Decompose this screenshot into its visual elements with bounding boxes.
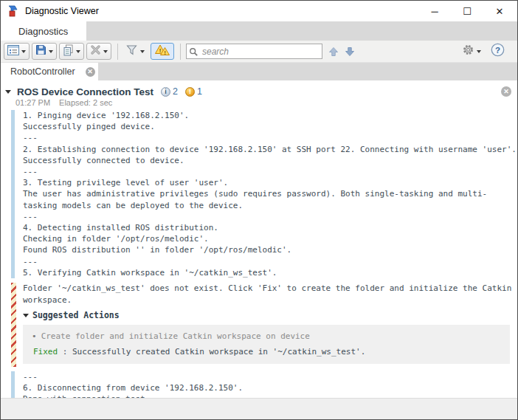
window-title: Diagnostic Viewer (25, 6, 99, 16)
chevron-down-icon (477, 50, 481, 53)
main-tab-strip: Diagnostics (1, 21, 517, 41)
toolbar: ! ! (1, 41, 517, 63)
fix-result-line: Fixed : Successfully created Catkin work… (32, 346, 503, 357)
info-count: 2 (173, 86, 178, 97)
log-line: --- (23, 256, 517, 267)
chevron-down-icon (21, 50, 26, 53)
svg-text:!: ! (159, 47, 162, 54)
document-tab-strip: RobotController ✕ (1, 63, 517, 80)
log-line: Successfully pinged device. (23, 121, 517, 132)
search-input[interactable] (186, 44, 322, 59)
tab-diagnostics[interactable]: Diagnostics (1, 21, 86, 41)
suggested-actions-box: •Create folder and initialize Catkin wor… (23, 325, 510, 364)
settings-button[interactable] (458, 43, 485, 60)
save-icon (35, 44, 46, 58)
help-icon: ? (491, 43, 505, 60)
log-line: 6. Disconnecting from device '192.168.2.… (23, 382, 517, 393)
show-warnings-toggle[interactable]: ! ! (151, 43, 174, 60)
bullet-icon: • (32, 331, 37, 341)
copy-icon (63, 44, 74, 59)
tab-close-icon[interactable]: ✕ (86, 67, 95, 77)
info-log-block: 1. Pinging device '192.168.2.150'. Succe… (11, 110, 517, 278)
toolbar-separator (180, 44, 181, 60)
log-line: 4. Detecting installed ROS distribution. (23, 222, 517, 233)
report-subheader: 01:27 PM Elapsed: 2 sec (1, 98, 517, 109)
info-log-block: --- 6. Disconnecting from device '192.16… (11, 371, 517, 398)
info-badge-icon: i (161, 87, 170, 97)
log-line: 3. Testing privilege level of user 'user… (23, 177, 517, 188)
suggested-action-text: Create folder and initialize Catkin work… (41, 331, 310, 341)
tab-label: RobotController (10, 66, 75, 77)
search-icon (189, 47, 198, 60)
chevron-down-icon (76, 50, 80, 53)
collapse-triangle-icon (23, 314, 29, 317)
fixed-label: Fixed (33, 347, 58, 357)
warning-count: 1 (197, 86, 202, 97)
warnings-toggle-icon: ! ! (154, 44, 170, 59)
chevron-down-icon (140, 50, 145, 53)
log-line: 2. Establishing connection to device '19… (23, 144, 517, 155)
report-timestamp: 01:27 PM (15, 98, 50, 109)
log-line: 1. Pinging device '192.168.2.150'. (23, 110, 517, 121)
report-view-icon (7, 45, 19, 58)
find-previous-button[interactable] (328, 47, 339, 57)
tab-robotcontroller[interactable]: RobotController ✕ (1, 63, 98, 80)
filter-button[interactable] (122, 43, 148, 60)
save-button[interactable] (32, 43, 57, 60)
close-button[interactable]: ✕ (483, 1, 516, 21)
gear-icon (462, 44, 474, 59)
help-button[interactable]: ? (487, 43, 508, 60)
filter-icon (125, 44, 138, 58)
log-line: Checking in folder '/opt/ros/melodic'. (23, 233, 517, 244)
log-line: Found ROS distribution '' in folder '/op… (23, 244, 517, 255)
warning-line: Folder '~/catkin_ws_test' does not exist… (23, 283, 517, 295)
log-line: --- (23, 166, 517, 177)
diagnostic-report: ROS Device Connection Test i 2 ! 1 ✕ 01:… (1, 80, 517, 398)
svg-text:?: ? (495, 46, 500, 55)
warning-line: workspace. (23, 295, 517, 306)
log-line: Successfully connected to device. (23, 155, 517, 166)
report-view-button[interactable] (4, 43, 30, 60)
find-next-button[interactable] (345, 47, 355, 57)
collapse-triangle-icon[interactable] (5, 90, 11, 94)
report-close-icon[interactable]: ✕ (501, 86, 511, 97)
chevron-down-icon (103, 50, 108, 53)
svg-text:!: ! (164, 50, 165, 55)
warning-badge-icon: ! (185, 87, 195, 97)
minimize-button[interactable]: ─ (418, 1, 451, 21)
log-line: The user has administrative privileges (… (23, 188, 517, 199)
delete-icon (90, 44, 101, 58)
app-icon (7, 5, 21, 17)
log-line: --- (23, 371, 517, 382)
suggested-action-item: •Create folder and initialize Catkin wor… (32, 331, 503, 342)
log-line: 5. Verifying Catkin workspace in '~/catk… (23, 267, 517, 278)
report-title: ROS Device Connection Test (17, 86, 153, 97)
status-footer (1, 398, 517, 419)
diagnostic-viewer-window: Diagnostic Viewer ─ ☐ ✕ Diagnostics (0, 0, 518, 420)
log-line: tasking models can be deployed to the de… (23, 200, 517, 211)
delete-button[interactable] (86, 43, 111, 60)
toolbar-separator (117, 44, 118, 60)
fixed-message: : Successfully created Catkin workspace … (58, 347, 365, 357)
suggested-actions-header[interactable]: Suggested Actions (23, 310, 517, 320)
title-bar: Diagnostic Viewer ─ ☐ ✕ (1, 1, 517, 21)
suggested-actions-label: Suggested Actions (32, 310, 120, 320)
copy-button[interactable] (59, 43, 84, 60)
log-line: Done with connection test. (23, 393, 517, 398)
log-line: --- (23, 211, 517, 222)
report-elapsed: Elapsed: 2 sec (59, 98, 112, 109)
warning-hazard-bar (11, 283, 16, 367)
report-header: ROS Device Connection Test i 2 ! 1 ✕ (1, 80, 517, 98)
chevron-down-icon (49, 50, 53, 53)
maximize-button[interactable]: ☐ (451, 1, 483, 21)
log-line: --- (23, 132, 517, 143)
warning-block: Folder '~/catkin_ws_test' does not exist… (11, 283, 517, 367)
